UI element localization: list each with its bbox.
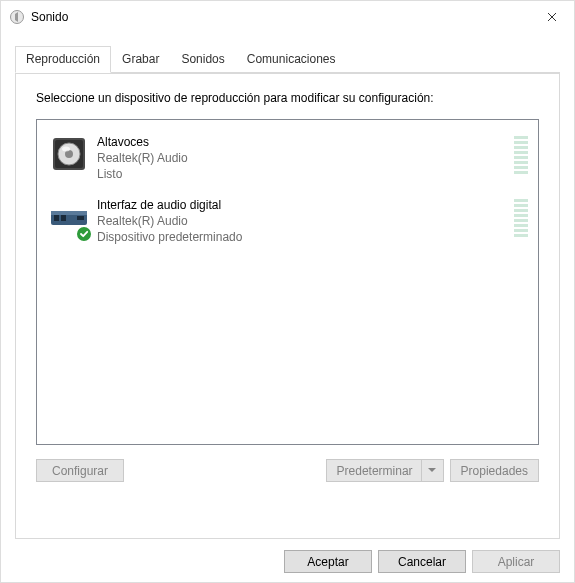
device-list[interactable]: Altavoces Realtek(R) Audio Listo — [36, 119, 539, 445]
tab-panel: Seleccione un dispositivo de reproducció… — [15, 72, 560, 539]
svg-rect-9 — [54, 215, 59, 221]
svg-point-6 — [62, 147, 70, 152]
cancel-button[interactable]: Cancelar — [378, 550, 466, 573]
device-item-digital[interactable]: Interfaz de audio digital Realtek(R) Aud… — [41, 191, 534, 254]
default-check-icon — [75, 225, 93, 243]
sound-app-icon — [9, 9, 25, 25]
titlebar: Sonido — [1, 1, 574, 33]
properties-button[interactable]: Propiedades — [450, 459, 539, 482]
tab-playback[interactable]: Reproducción — [15, 46, 111, 73]
device-name: Altavoces — [97, 134, 508, 150]
svg-rect-11 — [77, 216, 84, 220]
device-info: Interfaz de audio digital Realtek(R) Aud… — [91, 197, 508, 246]
level-meter — [514, 134, 528, 174]
ok-button[interactable]: Aceptar — [284, 550, 372, 573]
svg-rect-10 — [61, 215, 66, 221]
device-name: Interfaz de audio digital — [97, 197, 508, 213]
instruction-text: Seleccione un dispositivo de reproducció… — [36, 91, 539, 105]
digital-audio-icon — [47, 197, 91, 241]
configure-button[interactable]: Configurar — [36, 459, 124, 482]
device-status: Dispositivo predeterminado — [97, 229, 508, 245]
device-driver: Realtek(R) Audio — [97, 150, 508, 166]
chevron-down-icon[interactable] — [421, 460, 443, 481]
speaker-icon — [47, 134, 91, 178]
tab-sounds[interactable]: Sonidos — [170, 46, 235, 73]
set-default-label: Predeterminar — [337, 464, 413, 478]
device-driver: Realtek(R) Audio — [97, 213, 508, 229]
window-title: Sonido — [31, 10, 68, 24]
device-info: Altavoces Realtek(R) Audio Listo — [91, 134, 508, 183]
tabstrip: Reproducción Grabar Sonidos Comunicacion… — [15, 46, 560, 74]
tab-record[interactable]: Grabar — [111, 46, 170, 73]
tab-communications[interactable]: Comunicaciones — [236, 46, 347, 73]
device-status: Listo — [97, 166, 508, 182]
level-meter — [514, 197, 528, 237]
apply-button[interactable]: Aplicar — [472, 550, 560, 573]
device-item-speakers[interactable]: Altavoces Realtek(R) Audio Listo — [41, 128, 534, 191]
svg-rect-8 — [51, 211, 87, 215]
set-default-button[interactable]: Predeterminar — [326, 459, 444, 482]
dialog-button-row: Aceptar Cancelar Aplicar — [1, 540, 574, 573]
close-button[interactable] — [529, 1, 574, 33]
